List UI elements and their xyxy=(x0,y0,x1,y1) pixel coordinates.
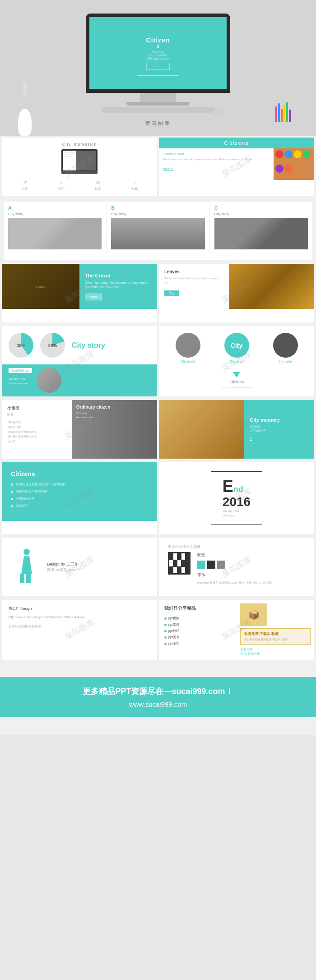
slide-design-panel: Design by 二三年 微博: @菜鸟_zxn 菜鸟图库 xyxy=(2,538,157,596)
monitor-frame: □ xyxy=(146,63,170,70)
qr-p4 xyxy=(181,553,185,560)
bullet-4 xyxy=(164,636,167,639)
memory-right: City memory 城市记忆文字描述内容 1 xyxy=(244,400,314,459)
letter-a: A xyxy=(8,205,102,211)
paint-can-yellow xyxy=(293,150,302,158)
qr-p11 xyxy=(169,567,173,573)
premium-item-text-4: ppt图表 xyxy=(168,635,179,640)
qr-p2 xyxy=(173,553,177,560)
small-tag: Small hill top xyxy=(9,368,32,373)
circle-item-center: City City detail xyxy=(224,333,249,363)
paint-cans-img xyxy=(274,148,314,180)
pie-20-label: 20% xyxy=(48,343,57,348)
city-memory-desc: 城市记忆文字描述内容 xyxy=(250,425,309,433)
qr-p6 xyxy=(169,560,173,566)
memory-img xyxy=(159,400,244,459)
slide-premium: 我们只分享精品 ppt模板 ppt素材 ppt教程 xyxy=(159,600,314,659)
figure-leg-right xyxy=(26,574,31,583)
crowd-right: The Crowd Cities flip through the pictur… xyxy=(79,264,157,309)
qr-p5 xyxy=(186,553,189,560)
ordinary-info: 你从何处来 你身处几楼 你能看到窗户里的阳光否 城市里生活着无数个的你 小市民 xyxy=(7,420,66,444)
end-small-text: City story endThank you xyxy=(223,509,251,518)
attribution-designer: 两工厂 Design xyxy=(9,605,150,612)
more-info-header: 更多作品请关注微博 xyxy=(168,544,305,549)
city-story-img-c xyxy=(214,218,308,249)
slide-design: Design by 二三年 微博: @菜鸟_zxn xyxy=(2,538,157,596)
slide-crowd: crowd The Crowd Cities flip through the … xyxy=(2,264,157,309)
monitor-title: Citizen xyxy=(146,37,170,44)
circle-right xyxy=(273,333,298,358)
download-link-1[interactable]: 百九鸟库 xyxy=(240,647,311,652)
premium-item-5: ppt图库 xyxy=(164,640,231,647)
footer-spacer xyxy=(0,717,316,735)
more-link[interactable]: more > xyxy=(163,164,269,172)
triangle-down xyxy=(233,372,240,377)
slide-leaves: Leaves We let the leaves fall to the gro… xyxy=(159,264,314,309)
bottom-banner: 更多精品PPT资源尽在—sucai999.com！ www.sucai999.c… xyxy=(0,677,316,717)
slide-row-6: Citizens 如何在这座城里,寻找属于你的角落? 城市在喧嚣中也有宁静 小市… xyxy=(2,462,314,534)
city-story-tabs-row: A City story B City story C City story xyxy=(4,202,312,253)
comment-icon: ○ xyxy=(60,179,63,186)
end-box: End 2016 City story endThank you xyxy=(211,471,262,525)
qr-p3 xyxy=(177,553,181,560)
swatch-teal xyxy=(197,561,205,569)
keyboard xyxy=(102,107,214,113)
line-item-1: 如何在这座城里,寻找属于你的角落? xyxy=(11,481,148,488)
figure-legs xyxy=(20,574,33,583)
slide-row-5: 小市民 职业 你从何处来 你身处几楼 你能看到窗户里的阳光否 城市里生活着无数个… xyxy=(2,400,314,459)
qr-code xyxy=(168,552,191,575)
mouse xyxy=(212,108,226,116)
deco-pencils xyxy=(275,100,302,122)
slide-row-4: 40% 20% City story Small hill top City s… xyxy=(2,326,314,396)
paint-can-green xyxy=(302,150,311,158)
font-title: 字体 xyxy=(197,572,305,578)
slide-attribution-panel: 两工厂 Design http://www.zhihu.com/people/z… xyxy=(2,600,157,659)
paint-can-purple xyxy=(275,165,283,173)
qr-container xyxy=(168,552,191,585)
bottom-main-text: 更多精品PPT资源尽在—sucai999.com！ xyxy=(9,686,307,697)
design-handle: 微博: @菜鸟_zxn xyxy=(47,567,79,572)
end-year: 2016 xyxy=(223,495,251,509)
ordinary-right-desc: City storydescription text xyxy=(76,411,111,419)
ordinary-name: 小市民 xyxy=(7,405,66,411)
circles-row: City detail City City detail City detail xyxy=(159,326,314,370)
slide-ordinary-panel: 小市民 职业 你从何处来 你身处几楼 你能看到窗户里的阳光否 城市里生活着无数个… xyxy=(2,400,157,459)
city-impression-title: City impression xyxy=(6,142,153,147)
city-story-tabs-inner: A City story B City story C City story xyxy=(4,202,312,260)
slide-crowd-panel: crowd The Crowd Cities flip through the … xyxy=(2,264,157,322)
icon-item-fav: ↓ 收藏 xyxy=(131,179,138,191)
slide-end-panel: End 2016 City story endThank you 菜鸟图库 xyxy=(159,462,314,534)
crowd-bg-text: crowd xyxy=(36,285,45,289)
label-a: City story xyxy=(8,212,102,216)
slide-leaves-panel: Leaves We let the leaves fall to the gro… xyxy=(159,264,314,322)
crowd-img: crowd xyxy=(2,264,79,309)
line-text-4: 城市记忆 xyxy=(16,503,28,509)
city-story-tabs-panel: A City story B City story C City story xyxy=(2,200,314,262)
download-link-2[interactable]: 百度/菜鸟分享 xyxy=(240,652,311,656)
slide-more-info: 更多作品请关注微博 xyxy=(159,538,314,596)
pie-40-label: 40% xyxy=(16,343,25,348)
slide-city-impression: City impression ↗ 分享 xyxy=(2,138,157,196)
slide-attribution: 两工厂 Design http://www.zhihu.com/people/z… xyxy=(2,600,157,658)
qr-p12 xyxy=(173,567,177,573)
city-memory-title: City memory xyxy=(250,417,309,423)
premium-left: 我们只分享精品 ppt模板 ppt素材 ppt教程 xyxy=(159,600,237,659)
crowd-btn[interactable]: Follow xyxy=(85,294,102,300)
palette-title: 配色 xyxy=(197,552,305,558)
leaves-btn[interactable]: City xyxy=(164,290,179,296)
percent-bottom-img xyxy=(37,368,61,393)
brand-label: 菜鸟图库 xyxy=(145,120,171,127)
download-desc: 我们每天都在更新更多精品PPT内容 xyxy=(244,638,307,641)
end-e-nd-row: End xyxy=(223,478,251,495)
slide-citizens-panel: Citizens Color illusion Each person's ch… xyxy=(159,138,314,196)
premium-item-4: ppt图表 xyxy=(164,634,231,640)
slide-city-circles-panel: City detail City City detail City detail xyxy=(159,326,314,396)
city-story-item-c: C City story xyxy=(210,202,312,253)
city-memory-dots: 1 xyxy=(250,437,309,442)
circle-left xyxy=(176,333,200,358)
line-text-2: 城市在喧嚣中也有宁静 xyxy=(16,488,47,495)
figure-body xyxy=(20,556,33,574)
citizens-full-lines: 如何在这座城里,寻找属于你的角落? 城市在喧嚣中也有宁静 小市民的故事 城市记忆 xyxy=(11,481,148,509)
crowd-desc: Cities flip through the pictures of many… xyxy=(85,281,152,290)
slide-row-3: crowd The Crowd Cities flip through the … xyxy=(2,264,314,322)
